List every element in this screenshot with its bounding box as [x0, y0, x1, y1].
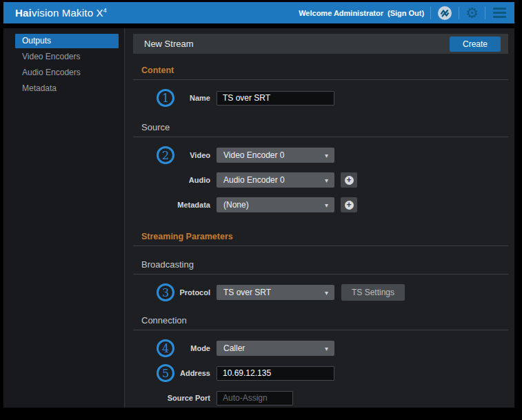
welcome-text: Welcome Administrator	[299, 9, 383, 17]
menu-hamburger-icon[interactable]	[492, 6, 508, 19]
video-select-value: Video Encoder 0	[223, 150, 285, 160]
section-source-heading: Source	[133, 122, 508, 137]
add-metadata-button[interactable]: +	[341, 197, 357, 212]
audio-row: Audio Audio Encoder 0 ▾ +	[133, 172, 508, 188]
section-broadcasting-heading: Broadcasting	[133, 259, 508, 274]
sign-out-link[interactable]: (Sign Out)	[388, 9, 424, 17]
address-row: 5 Address	[133, 365, 508, 381]
brand-logo: Haivision Makito X4	[15, 7, 107, 19]
divider	[459, 7, 459, 19]
page-title: New Stream	[144, 39, 194, 49]
haivision-status-icon[interactable]	[437, 6, 452, 21]
chevron-down-icon: ▾	[325, 345, 328, 352]
section-connection-heading: Connection	[133, 315, 508, 330]
section-streaming-heading: Streaming Parameters	[133, 232, 508, 246]
brand-sup: 4	[103, 7, 107, 14]
sidebar-item-outputs[interactable]: Outputs	[15, 34, 119, 48]
brand-rest: vision Makito X	[32, 7, 103, 19]
body-area: Outputs Video Encoders Audio Encoders Me…	[3, 28, 514, 408]
section-content-heading: Content	[133, 66, 508, 80]
step-5-badge: 5	[157, 364, 174, 382]
step-2-badge: 2	[157, 146, 174, 164]
step-4-badge: 4	[157, 339, 174, 357]
sidebar-item-video-encoders[interactable]: Video Encoders	[15, 50, 119, 64]
settings-gear-icon[interactable]: ⚙	[465, 6, 479, 20]
video-select[interactable]: Video Encoder 0 ▾	[217, 148, 334, 163]
protocol-row: 3 Protocol TS over SRT ▾ TS Settings	[133, 284, 508, 301]
sidebar-item-metadata[interactable]: Metadata	[15, 81, 119, 96]
video-row: 2 Video Video Encoder 0 ▾	[133, 147, 508, 163]
source-port-input[interactable]	[217, 391, 293, 406]
mode-select-value: Caller	[223, 343, 245, 353]
address-input[interactable]	[217, 366, 334, 381]
source-port-row: Source Port	[133, 390, 508, 406]
ts-settings-button[interactable]: TS Settings	[341, 284, 405, 301]
plus-icon: +	[345, 201, 354, 210]
audio-select[interactable]: Audio Encoder 0 ▾	[217, 172, 334, 188]
header-actions: Welcome Administrator (Sign Out) ⚙	[299, 2, 508, 23]
step-1-badge: 1	[157, 89, 174, 107]
divider	[430, 7, 431, 19]
name-row: 1 Name	[133, 90, 508, 106]
panel-titlebar: New Stream Create	[133, 34, 508, 54]
mode-row: 4 Mode Caller ▾	[133, 340, 508, 357]
sidebar-item-audio-encoders[interactable]: Audio Encoders	[15, 66, 119, 80]
chevron-down-icon: ▾	[325, 152, 328, 159]
audio-label: Audio	[133, 176, 210, 184]
brand-bold: Hai	[15, 7, 32, 19]
name-input[interactable]	[217, 91, 334, 106]
chevron-down-icon: ▾	[325, 289, 328, 297]
create-button[interactable]: Create	[450, 37, 501, 52]
metadata-label: Metadata	[133, 201, 210, 209]
metadata-select[interactable]: (None) ▾	[217, 197, 334, 212]
chevron-down-icon: ▾	[325, 177, 328, 184]
metadata-select-value: (None)	[223, 200, 249, 210]
app-window: Haivision Makito X4 Welcome Administrato…	[3, 2, 514, 408]
divider	[485, 7, 485, 19]
mode-select[interactable]: Caller ▾	[217, 341, 334, 356]
protocol-select-value: TS over SRT	[223, 288, 271, 297]
add-audio-button[interactable]: +	[341, 172, 357, 188]
source-port-label: Source Port	[133, 394, 210, 402]
audio-select-value: Audio Encoder 0	[223, 175, 285, 185]
plus-icon: +	[345, 176, 354, 185]
protocol-select[interactable]: TS over SRT ▾	[217, 285, 334, 300]
chevron-down-icon: ▾	[325, 201, 328, 209]
metadata-row: Metadata (None) ▾ +	[133, 197, 508, 213]
top-header: Haivision Makito X4 Welcome Administrato…	[3, 2, 514, 23]
main-panel: New Stream Create Content 1 Name Source …	[125, 28, 514, 408]
step-3-badge: 3	[157, 283, 174, 301]
sidebar-nav: Outputs Video Encoders Audio Encoders Me…	[3, 28, 124, 408]
